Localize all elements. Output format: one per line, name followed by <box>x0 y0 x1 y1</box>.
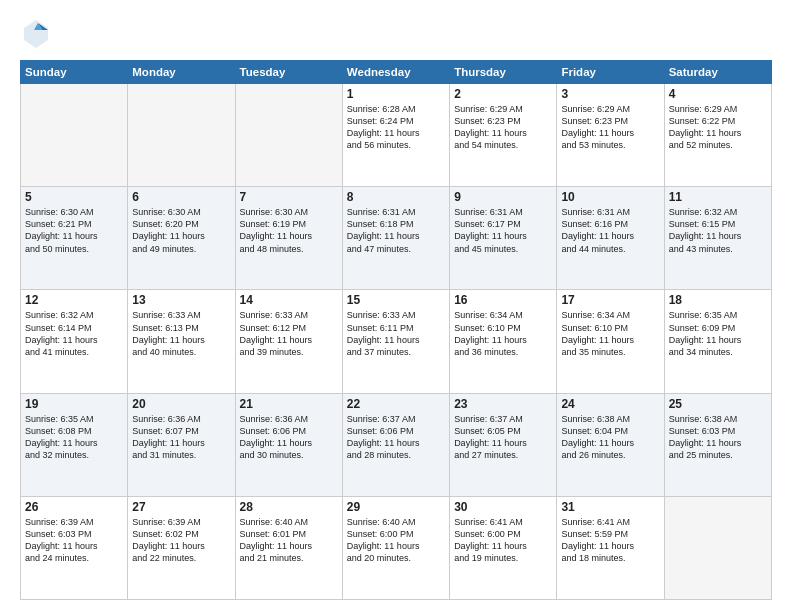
calendar-cell: 5Sunrise: 6:30 AM Sunset: 6:21 PM Daylig… <box>21 187 128 290</box>
calendar-cell: 3Sunrise: 6:29 AM Sunset: 6:23 PM Daylig… <box>557 84 664 187</box>
day-info: Sunrise: 6:32 AM Sunset: 6:15 PM Dayligh… <box>669 206 767 255</box>
day-number: 19 <box>25 397 123 411</box>
day-info: Sunrise: 6:29 AM Sunset: 6:22 PM Dayligh… <box>669 103 767 152</box>
calendar-week-row: 19Sunrise: 6:35 AM Sunset: 6:08 PM Dayli… <box>21 393 772 496</box>
calendar-week-row: 1Sunrise: 6:28 AM Sunset: 6:24 PM Daylig… <box>21 84 772 187</box>
weekday-header-tuesday: Tuesday <box>235 61 342 84</box>
day-info: Sunrise: 6:29 AM Sunset: 6:23 PM Dayligh… <box>561 103 659 152</box>
day-info: Sunrise: 6:39 AM Sunset: 6:03 PM Dayligh… <box>25 516 123 565</box>
day-number: 20 <box>132 397 230 411</box>
calendar-cell: 29Sunrise: 6:40 AM Sunset: 6:00 PM Dayli… <box>342 496 449 599</box>
calendar-cell: 28Sunrise: 6:40 AM Sunset: 6:01 PM Dayli… <box>235 496 342 599</box>
calendar-cell: 23Sunrise: 6:37 AM Sunset: 6:05 PM Dayli… <box>450 393 557 496</box>
calendar-cell: 31Sunrise: 6:41 AM Sunset: 5:59 PM Dayli… <box>557 496 664 599</box>
day-number: 13 <box>132 293 230 307</box>
day-info: Sunrise: 6:40 AM Sunset: 6:00 PM Dayligh… <box>347 516 445 565</box>
day-number: 31 <box>561 500 659 514</box>
calendar-cell <box>235 84 342 187</box>
day-number: 23 <box>454 397 552 411</box>
calendar-cell: 1Sunrise: 6:28 AM Sunset: 6:24 PM Daylig… <box>342 84 449 187</box>
day-info: Sunrise: 6:41 AM Sunset: 5:59 PM Dayligh… <box>561 516 659 565</box>
day-number: 14 <box>240 293 338 307</box>
day-number: 30 <box>454 500 552 514</box>
calendar-cell: 7Sunrise: 6:30 AM Sunset: 6:19 PM Daylig… <box>235 187 342 290</box>
day-number: 21 <box>240 397 338 411</box>
day-info: Sunrise: 6:33 AM Sunset: 6:12 PM Dayligh… <box>240 309 338 358</box>
weekday-header-row: SundayMondayTuesdayWednesdayThursdayFrid… <box>21 61 772 84</box>
calendar-cell: 10Sunrise: 6:31 AM Sunset: 6:16 PM Dayli… <box>557 187 664 290</box>
calendar-cell: 18Sunrise: 6:35 AM Sunset: 6:09 PM Dayli… <box>664 290 771 393</box>
calendar-cell: 24Sunrise: 6:38 AM Sunset: 6:04 PM Dayli… <box>557 393 664 496</box>
calendar-cell: 26Sunrise: 6:39 AM Sunset: 6:03 PM Dayli… <box>21 496 128 599</box>
calendar-week-row: 5Sunrise: 6:30 AM Sunset: 6:21 PM Daylig… <box>21 187 772 290</box>
day-number: 24 <box>561 397 659 411</box>
svg-marker-0 <box>24 20 48 48</box>
calendar-cell: 16Sunrise: 6:34 AM Sunset: 6:10 PM Dayli… <box>450 290 557 393</box>
day-number: 12 <box>25 293 123 307</box>
calendar-cell: 25Sunrise: 6:38 AM Sunset: 6:03 PM Dayli… <box>664 393 771 496</box>
day-number: 15 <box>347 293 445 307</box>
calendar-table: SundayMondayTuesdayWednesdayThursdayFrid… <box>20 60 772 600</box>
calendar-cell: 8Sunrise: 6:31 AM Sunset: 6:18 PM Daylig… <box>342 187 449 290</box>
day-info: Sunrise: 6:31 AM Sunset: 6:16 PM Dayligh… <box>561 206 659 255</box>
weekday-header-wednesday: Wednesday <box>342 61 449 84</box>
day-info: Sunrise: 6:30 AM Sunset: 6:19 PM Dayligh… <box>240 206 338 255</box>
day-number: 26 <box>25 500 123 514</box>
calendar-cell: 13Sunrise: 6:33 AM Sunset: 6:13 PM Dayli… <box>128 290 235 393</box>
day-number: 11 <box>669 190 767 204</box>
day-number: 22 <box>347 397 445 411</box>
calendar-cell: 11Sunrise: 6:32 AM Sunset: 6:15 PM Dayli… <box>664 187 771 290</box>
day-number: 25 <box>669 397 767 411</box>
day-info: Sunrise: 6:34 AM Sunset: 6:10 PM Dayligh… <box>454 309 552 358</box>
calendar-cell: 21Sunrise: 6:36 AM Sunset: 6:06 PM Dayli… <box>235 393 342 496</box>
weekday-header-monday: Monday <box>128 61 235 84</box>
calendar-cell: 9Sunrise: 6:31 AM Sunset: 6:17 PM Daylig… <box>450 187 557 290</box>
calendar-cell <box>664 496 771 599</box>
calendar-cell: 20Sunrise: 6:36 AM Sunset: 6:07 PM Dayli… <box>128 393 235 496</box>
day-info: Sunrise: 6:37 AM Sunset: 6:05 PM Dayligh… <box>454 413 552 462</box>
day-info: Sunrise: 6:36 AM Sunset: 6:06 PM Dayligh… <box>240 413 338 462</box>
weekday-header-thursday: Thursday <box>450 61 557 84</box>
day-number: 27 <box>132 500 230 514</box>
day-number: 6 <box>132 190 230 204</box>
weekday-header-friday: Friday <box>557 61 664 84</box>
day-info: Sunrise: 6:31 AM Sunset: 6:18 PM Dayligh… <box>347 206 445 255</box>
day-number: 2 <box>454 87 552 101</box>
weekday-header-saturday: Saturday <box>664 61 771 84</box>
calendar-week-row: 26Sunrise: 6:39 AM Sunset: 6:03 PM Dayli… <box>21 496 772 599</box>
day-number: 9 <box>454 190 552 204</box>
day-info: Sunrise: 6:35 AM Sunset: 6:08 PM Dayligh… <box>25 413 123 462</box>
calendar-cell: 4Sunrise: 6:29 AM Sunset: 6:22 PM Daylig… <box>664 84 771 187</box>
day-info: Sunrise: 6:38 AM Sunset: 6:04 PM Dayligh… <box>561 413 659 462</box>
calendar-cell: 14Sunrise: 6:33 AM Sunset: 6:12 PM Dayli… <box>235 290 342 393</box>
day-info: Sunrise: 6:39 AM Sunset: 6:02 PM Dayligh… <box>132 516 230 565</box>
calendar-cell: 17Sunrise: 6:34 AM Sunset: 6:10 PM Dayli… <box>557 290 664 393</box>
logo-icon <box>20 18 52 50</box>
day-info: Sunrise: 6:40 AM Sunset: 6:01 PM Dayligh… <box>240 516 338 565</box>
header <box>20 18 772 50</box>
calendar-cell: 15Sunrise: 6:33 AM Sunset: 6:11 PM Dayli… <box>342 290 449 393</box>
calendar-cell: 12Sunrise: 6:32 AM Sunset: 6:14 PM Dayli… <box>21 290 128 393</box>
day-info: Sunrise: 6:34 AM Sunset: 6:10 PM Dayligh… <box>561 309 659 358</box>
day-info: Sunrise: 6:29 AM Sunset: 6:23 PM Dayligh… <box>454 103 552 152</box>
day-info: Sunrise: 6:30 AM Sunset: 6:21 PM Dayligh… <box>25 206 123 255</box>
day-number: 8 <box>347 190 445 204</box>
calendar-cell <box>128 84 235 187</box>
page: SundayMondayTuesdayWednesdayThursdayFrid… <box>0 0 792 612</box>
day-info: Sunrise: 6:32 AM Sunset: 6:14 PM Dayligh… <box>25 309 123 358</box>
calendar-cell <box>21 84 128 187</box>
day-info: Sunrise: 6:41 AM Sunset: 6:00 PM Dayligh… <box>454 516 552 565</box>
logo <box>20 18 56 50</box>
day-number: 18 <box>669 293 767 307</box>
day-info: Sunrise: 6:33 AM Sunset: 6:13 PM Dayligh… <box>132 309 230 358</box>
day-info: Sunrise: 6:35 AM Sunset: 6:09 PM Dayligh… <box>669 309 767 358</box>
day-info: Sunrise: 6:37 AM Sunset: 6:06 PM Dayligh… <box>347 413 445 462</box>
calendar-cell: 27Sunrise: 6:39 AM Sunset: 6:02 PM Dayli… <box>128 496 235 599</box>
day-number: 7 <box>240 190 338 204</box>
day-number: 16 <box>454 293 552 307</box>
calendar-cell: 2Sunrise: 6:29 AM Sunset: 6:23 PM Daylig… <box>450 84 557 187</box>
day-number: 4 <box>669 87 767 101</box>
day-info: Sunrise: 6:31 AM Sunset: 6:17 PM Dayligh… <box>454 206 552 255</box>
day-number: 3 <box>561 87 659 101</box>
day-number: 17 <box>561 293 659 307</box>
